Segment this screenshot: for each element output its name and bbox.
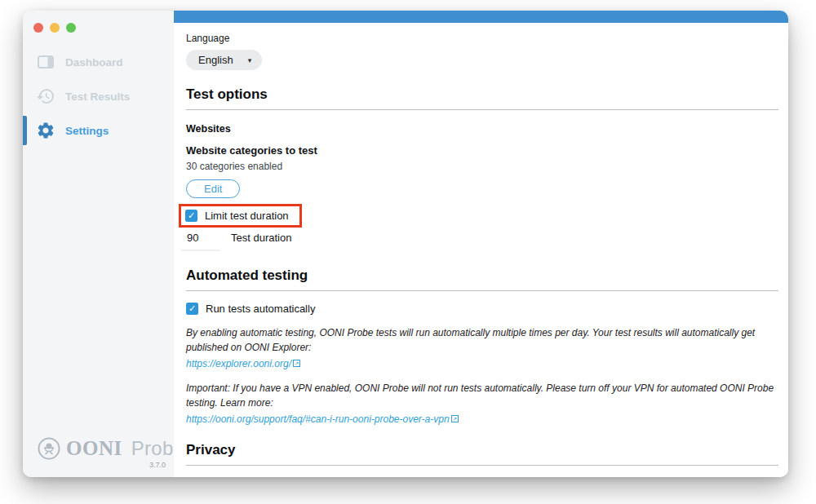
run-tests-row[interactable]: ✓ Run tests automatically	[186, 303, 778, 315]
external-link-icon: ↗	[451, 415, 459, 422]
run-tests-label: Run tests automatically	[206, 303, 315, 315]
divider	[186, 465, 778, 466]
sidebar-item-label: Settings	[65, 125, 109, 137]
divider	[186, 290, 778, 291]
language-select[interactable]: English ▾	[186, 50, 262, 70]
section-title-automated-testing: Automated testing	[186, 267, 778, 284]
sidebar-item-dashboard[interactable]: Dashboard	[23, 45, 174, 79]
active-indicator	[23, 116, 27, 145]
external-link-icon: ↗	[293, 360, 300, 367]
close-window-button[interactable]	[33, 23, 43, 33]
sidebar-item-settings[interactable]: Settings	[23, 113, 174, 148]
check-icon: ✓	[188, 211, 195, 220]
automated-testing-description: By enabling automatic testing, OONI Prob…	[186, 325, 778, 355]
check-icon: ✓	[188, 304, 196, 313]
zoom-window-button[interactable]	[66, 23, 76, 33]
chevron-down-icon: ▾	[248, 56, 252, 64]
test-duration-input[interactable]: 90	[181, 232, 220, 251]
ooni-logo: OONI Probe	[38, 437, 167, 460]
categories-status: 30 categories enabled	[186, 161, 778, 172]
limit-duration-row[interactable]: ✓ Limit test duration	[185, 210, 289, 222]
ooni-wordmark: OONI	[66, 437, 122, 460]
highlight-box: ✓ Limit test duration	[179, 204, 302, 228]
sidebar-nav: Dashboard Test Results Settings	[23, 45, 174, 148]
run-tests-checkbox[interactable]: ✓	[186, 303, 198, 315]
vpn-note: Important: If you have a VPN enabled, OO…	[186, 381, 778, 410]
section-title-privacy: Privacy	[186, 442, 778, 458]
test-duration-label: Test duration	[231, 232, 291, 251]
minimize-window-button[interactable]	[50, 23, 60, 33]
screen: Dashboard Test Results Settings	[0, 0, 816, 504]
settings-content: Language English ▾ Test options Websites…	[174, 11, 788, 477]
ooni-logo-block: OONI Probe 3.7.0	[23, 437, 174, 477]
limit-duration-label: Limit test duration	[205, 210, 289, 222]
app-window: Dashboard Test Results Settings	[23, 11, 788, 477]
section-title-test-options: Test options	[186, 86, 778, 103]
websites-group-heading: Websites	[186, 123, 778, 135]
explorer-link[interactable]: https://explorer.ooni.org/	[186, 358, 291, 369]
language-label: Language	[186, 33, 778, 44]
dashboard-icon	[36, 52, 55, 72]
edit-categories-button[interactable]: Edit	[186, 179, 240, 198]
sidebar-item-test-results[interactable]: Test Results	[23, 79, 174, 113]
app-version-small: 3.7.0	[38, 461, 167, 469]
faq-link[interactable]: https://ooni.org/support/faq/#can-i-run-…	[186, 413, 450, 425]
language-select-value: English	[198, 54, 233, 66]
sidebar: Dashboard Test Results Settings	[23, 11, 174, 477]
divider	[186, 109, 778, 110]
window-controls	[23, 11, 174, 33]
limit-duration-checkbox[interactable]: ✓	[185, 210, 197, 222]
test-duration-row: 90 Test duration	[186, 232, 778, 251]
top-accent-bar	[174, 11, 788, 23]
ooni-octopus-icon	[38, 437, 60, 460]
sidebar-item-label: Test Results	[65, 91, 130, 103]
settings-scroll-area[interactable]: Language English ▾ Test options Websites…	[174, 23, 788, 477]
gear-icon	[36, 121, 55, 140]
sidebar-item-label: Dashboard	[65, 56, 123, 69]
categories-label: Website categories to test	[186, 144, 778, 157]
history-icon	[36, 86, 55, 106]
